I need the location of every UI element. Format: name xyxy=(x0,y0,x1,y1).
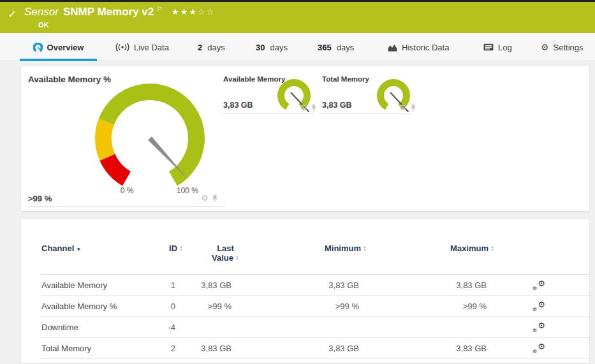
channel-name[interactable]: Available Memory xyxy=(41,280,150,290)
tab-settings-label: Settings xyxy=(554,43,584,52)
log-list-icon xyxy=(483,43,494,51)
tab-overview[interactable]: Overview xyxy=(20,33,97,61)
channel-name[interactable]: Downtime xyxy=(41,323,150,332)
channel-minimum: >99 % xyxy=(239,302,367,311)
tab-30-days-number: 30 xyxy=(256,43,265,52)
channel-id: 1 xyxy=(150,280,183,290)
channel-id: 2 xyxy=(150,344,183,353)
total-memory-gauge-actions: ⚙ xyxy=(399,104,416,112)
area-chart-icon xyxy=(388,43,397,52)
flag-icon[interactable]: ⚐ xyxy=(156,3,163,15)
channel-name[interactable]: Available Memory % xyxy=(41,302,150,311)
channel-id: 0 xyxy=(150,302,183,311)
stars-filled: ★★★ xyxy=(172,7,198,17)
tab-live-data[interactable]: Live Data xyxy=(115,33,169,61)
table-row[interactable]: Total Memory 2 3,83 GB 3,83 GB 3,83 GB ⚙… xyxy=(41,338,589,359)
tab-overview-label: Overview xyxy=(47,43,84,52)
main-gauge xyxy=(92,81,207,188)
available-memory-gauge-value: 3,83 GB xyxy=(223,101,253,110)
table-row[interactable]: Available Memory 1 3,83 GB 3,83 GB 3,83 … xyxy=(41,275,589,296)
gauge-icon xyxy=(33,43,43,52)
object-kind-label: Sensor xyxy=(24,6,59,18)
tab-365-days-word: days xyxy=(337,43,354,52)
live-signal-icon xyxy=(115,43,129,52)
gear-icon: ⚙ xyxy=(541,42,549,52)
channel-maximum: 3,83 GB xyxy=(367,344,494,353)
tab-30-days-word: days xyxy=(270,43,287,52)
channel-maximum: >99 % xyxy=(367,302,494,311)
total-memory-gauge-title: Total Memory xyxy=(322,75,369,83)
tab-2-days-word: days xyxy=(207,43,224,52)
channel-last-value: 3,83 GB xyxy=(183,344,239,353)
available-memory-gauge-actions: ⚙ xyxy=(300,104,317,112)
channel-name[interactable]: Total Memory xyxy=(41,344,150,353)
tab-30-days[interactable]: 30 days xyxy=(256,33,288,61)
divider xyxy=(223,113,314,113)
sensor-status-header: ✓ Sensor SNMP Memory v2 ⚐ ★★★☆☆ OK xyxy=(0,0,595,33)
channel-settings-gears-icon[interactable]: ⚙⚙ xyxy=(533,301,545,312)
channel-last-value: 3,83 GB xyxy=(183,280,239,290)
channel-settings-gears-icon[interactable]: ⚙⚙ xyxy=(533,322,545,333)
channel-minimum: 3,83 GB xyxy=(239,280,367,290)
gauge-segment-red xyxy=(99,154,131,186)
channel-id: -4 xyxy=(150,323,183,332)
channel-minimum: 3,83 GB xyxy=(239,344,367,353)
stars-empty: ☆☆ xyxy=(198,7,215,17)
tab-live-data-label: Live Data xyxy=(134,43,169,52)
gear-icon[interactable]: ⚙ xyxy=(300,104,307,112)
sort-icon: ▲▼ xyxy=(490,245,494,252)
channel-settings-gears-icon[interactable]: ⚙⚙ xyxy=(533,343,545,354)
pin-icon[interactable] xyxy=(410,105,416,112)
sensor-status-text: OK xyxy=(38,21,215,29)
pin-icon[interactable] xyxy=(212,195,218,202)
gauge-needle xyxy=(148,136,188,179)
tab-historic-data-label: Historic Data xyxy=(402,43,449,52)
tab-log[interactable]: Log xyxy=(483,33,512,61)
gear-icon[interactable]: ⚙ xyxy=(399,104,407,112)
channel-last-value: >99 % xyxy=(183,302,239,311)
tab-settings[interactable]: ⚙ Settings xyxy=(541,33,584,61)
gauge-segment-yellow xyxy=(95,119,115,161)
main-gauge-max-label: 100 % xyxy=(173,186,202,195)
sort-icon: ▲▼ xyxy=(235,255,239,261)
tab-2-days[interactable]: 2 days xyxy=(198,33,225,61)
sort-desc-icon: ▼ xyxy=(76,247,81,252)
column-header-id[interactable]: ID▲▼ xyxy=(150,244,183,253)
tab-365-days-number: 365 xyxy=(318,43,332,52)
channel-table-header: Channel▼ ID▲▼ Last Value▲▼ Minimum▲▼ Max… xyxy=(41,244,589,275)
tab-365-days[interactable]: 365 days xyxy=(318,33,354,61)
channel-maximum: 3,83 GB xyxy=(367,280,494,290)
tab-historic-data[interactable]: Historic Data xyxy=(388,33,449,61)
column-header-channel[interactable]: Channel▼ xyxy=(41,244,150,253)
channel-settings-gears-icon[interactable]: ⚙⚙ xyxy=(533,280,545,291)
divider xyxy=(28,206,226,207)
table-row[interactable]: Downtime -4 ⚙⚙ xyxy=(41,317,589,338)
tab-2-days-number: 2 xyxy=(198,43,202,52)
sort-icon: ▲▼ xyxy=(179,245,183,252)
priority-stars[interactable]: ★★★☆☆ xyxy=(172,6,215,18)
overview-gauges-panel: Available Memory % 0 % 100 % >99 % ⚙ Ava… xyxy=(21,66,589,211)
table-row[interactable]: Available Memory % 0 >99 % >99 % >99 % ⚙… xyxy=(41,296,589,317)
column-header-maximum[interactable]: Maximum▲▼ xyxy=(367,244,494,253)
pin-icon[interactable] xyxy=(311,105,317,112)
gear-icon[interactable]: ⚙ xyxy=(201,194,209,202)
sensor-title: SNMP Memory v2 xyxy=(63,6,154,18)
sensor-tab-bar: Overview Live Data 2 days 30 days 365 da… xyxy=(0,33,595,61)
main-gauge-actions: ⚙ xyxy=(201,194,218,202)
column-header-last-value[interactable]: Last Value▲▼ xyxy=(183,244,239,263)
total-memory-gauge-value: 3,83 GB xyxy=(322,101,352,110)
tab-log-label: Log xyxy=(498,43,512,52)
sort-icon: ▲▼ xyxy=(363,245,367,252)
main-gauge-value: >99 % xyxy=(28,194,52,203)
channel-table-panel: Channel▼ ID▲▼ Last Value▲▼ Minimum▲▼ Max… xyxy=(21,219,589,363)
divider xyxy=(321,113,411,113)
status-ok-check-icon: ✓ xyxy=(8,8,24,21)
main-gauge-min-label: 0 % xyxy=(112,186,142,195)
column-header-minimum[interactable]: Minimum▲▼ xyxy=(239,244,367,253)
